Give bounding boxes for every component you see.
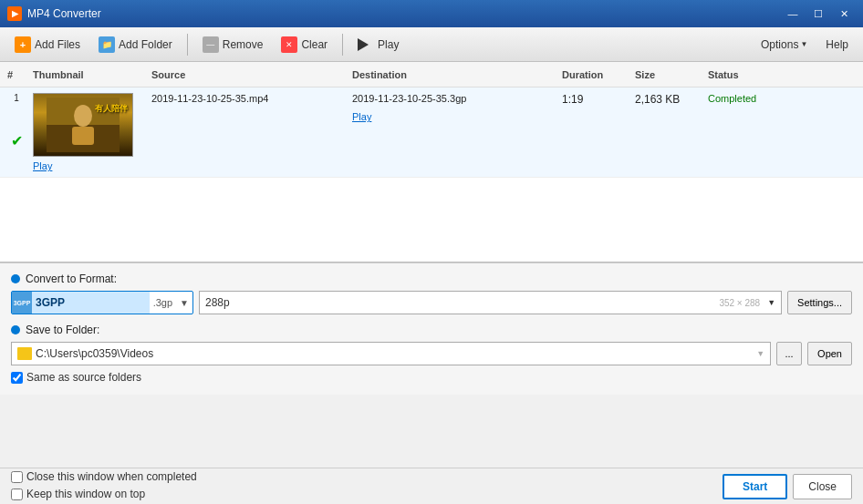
clear-label: Clear	[301, 38, 328, 51]
col-status: Status	[704, 69, 795, 80]
play-label: Play	[378, 38, 399, 51]
settings-button[interactable]: Settings...	[787, 291, 852, 314]
duration-value: 1:19	[562, 93, 583, 106]
format-dropdown-icon[interactable]: ▼	[176, 298, 192, 308]
format-row: 3GPP 3GPP .3gp ▼ 288p 352 × 288 ▼ Settin…	[11, 291, 852, 314]
open-button[interactable]: Open	[807, 342, 852, 365]
format-label: Convert to Format:	[26, 273, 117, 285]
bottom-panel: Convert to Format: 3GPP 3GPP .3gp ▼ 288p…	[0, 262, 863, 395]
resolution-selector[interactable]: 288p 352 × 288 ▼	[199, 291, 782, 314]
close-button[interactable]: Close	[793, 474, 852, 499]
video-thumbnail: 有人陪伴	[33, 93, 133, 157]
footer-checkboxes: Close this window when completed Keep th…	[11, 470, 723, 502]
keep-on-top-label: Keep this window on top	[26, 488, 145, 500]
footer-bar: Close this window when completed Keep th…	[0, 468, 863, 504]
source-filename: 2019-11-23-10-25-35.mp4	[151, 93, 345, 104]
format-type-icon: 3GPP	[12, 292, 32, 314]
start-button[interactable]: Start	[723, 474, 787, 499]
status-value: Completed	[708, 93, 756, 104]
separator-1	[187, 34, 188, 56]
source-cell: 2019-11-23-10-25-35.mp4	[148, 91, 348, 109]
help-button[interactable]: Help	[818, 35, 856, 55]
resolution-chevron-icon: ▼	[767, 298, 775, 307]
keep-on-top-checkbox[interactable]	[11, 489, 23, 500]
col-num: #	[4, 69, 29, 80]
size-value: 2,163 KB	[635, 93, 680, 106]
svg-rect-3	[72, 127, 94, 145]
table-header-row: # Thumbnail Source Destination Duration …	[0, 62, 863, 87]
add-folder-button[interactable]: 📁 Add Folder	[91, 33, 180, 57]
destination-play-link[interactable]: Play	[352, 111, 555, 122]
folder-label: Save to Folder:	[26, 324, 99, 336]
source-play-link[interactable]: Play	[33, 160, 144, 171]
add-files-button[interactable]: + Add Files	[7, 33, 88, 57]
folder-path-value: C:\Users\pc0359\Videos	[36, 347, 153, 360]
keep-on-top-row: Keep this window on top	[11, 488, 723, 500]
format-name: 3GPP	[32, 292, 150, 314]
add-folder-label: Add Folder	[119, 38, 172, 51]
col-source: Source	[148, 69, 348, 80]
add-folder-icon: 📁	[99, 36, 115, 53]
clear-icon: ✕	[281, 36, 297, 53]
same-as-source-row: Same as source folders	[11, 371, 852, 384]
format-extension: .3gp	[150, 297, 176, 308]
help-label: Help	[826, 38, 848, 51]
toolbar-right: Options ▼ Help	[754, 35, 856, 55]
options-button[interactable]: Options ▼	[754, 35, 815, 55]
play-button[interactable]: Play	[350, 35, 406, 55]
thumbnail-text: 有人陪伴	[95, 103, 128, 115]
close-when-done-label: Close this window when completed	[26, 470, 197, 483]
col-thumbnail: Thumbnail	[29, 69, 148, 80]
format-section-label: Convert to Format:	[11, 273, 852, 285]
minimize-button[interactable]: —	[781, 5, 805, 23]
destination-cell: 2019-11-23-10-25-35.3gp Play	[348, 91, 558, 124]
options-label: Options	[761, 38, 798, 51]
col-duration: Duration	[558, 69, 631, 80]
folder-dropdown-icon: ▼	[756, 349, 764, 358]
thumbnail-cell: 有人陪伴 Play	[29, 91, 148, 173]
close-window-button[interactable]: ✕	[832, 5, 856, 23]
same-as-source-label: Same as source folders	[26, 371, 141, 384]
close-when-done-checkbox[interactable]	[11, 471, 23, 483]
resolution-dims: 352 × 288	[719, 298, 760, 308]
add-files-label: Add Files	[35, 38, 80, 51]
file-table: # Thumbnail Source Destination Duration …	[0, 62, 863, 262]
close-when-done-row: Close this window when completed	[11, 470, 723, 483]
folder-section-label: Save to Folder:	[11, 324, 852, 336]
destination-filename: 2019-11-23-10-25-35.3gp	[352, 93, 555, 104]
window-controls: — ☐ ✕	[781, 5, 856, 23]
resolution-value: 288p	[205, 296, 230, 309]
maximize-button[interactable]: ☐	[806, 5, 830, 23]
status-check-icon: ✔	[11, 132, 23, 149]
folder-icon	[17, 347, 32, 360]
separator-2	[342, 34, 343, 56]
same-as-source-checkbox[interactable]	[11, 372, 23, 384]
svg-point-2	[74, 105, 92, 127]
options-chevron-icon: ▼	[800, 40, 807, 48]
row-number: 1	[14, 93, 19, 103]
status-cell: Completed	[704, 91, 795, 106]
clear-button[interactable]: ✕ Clear	[274, 33, 335, 57]
col-size: Size	[631, 69, 704, 80]
size-cell: 2,163 KB	[631, 91, 704, 108]
title-bar: ▶ MP4 Converter — ☐ ✕	[0, 0, 863, 27]
toolbar: + Add Files 📁 Add Folder — Remove ✕ Clea…	[0, 27, 863, 62]
folder-dot-icon	[11, 325, 20, 334]
remove-icon: —	[203, 36, 219, 53]
duration-cell: 1:19	[558, 91, 631, 108]
footer-buttons: Start Close	[723, 474, 852, 499]
play-icon	[358, 38, 369, 51]
app-icon: ▶	[7, 6, 22, 21]
table-row: 1 ✔ 有人陪伴 Play 20	[0, 87, 863, 178]
remove-button[interactable]: — Remove	[195, 33, 271, 57]
add-files-icon: +	[15, 36, 31, 53]
col-destination: Destination	[348, 69, 558, 80]
format-selector[interactable]: 3GPP 3GPP .3gp ▼	[11, 291, 193, 314]
folder-path-input[interactable]: C:\Users\pc0359\Videos ▼	[11, 342, 771, 365]
remove-label: Remove	[223, 38, 264, 51]
app-title: MP4 Converter	[27, 7, 781, 20]
row-num: 1 ✔	[4, 91, 29, 151]
format-dot-icon	[11, 274, 20, 283]
browse-button[interactable]: ...	[776, 342, 802, 365]
folder-row: C:\Users\pc0359\Videos ▼ ... Open	[11, 342, 852, 365]
